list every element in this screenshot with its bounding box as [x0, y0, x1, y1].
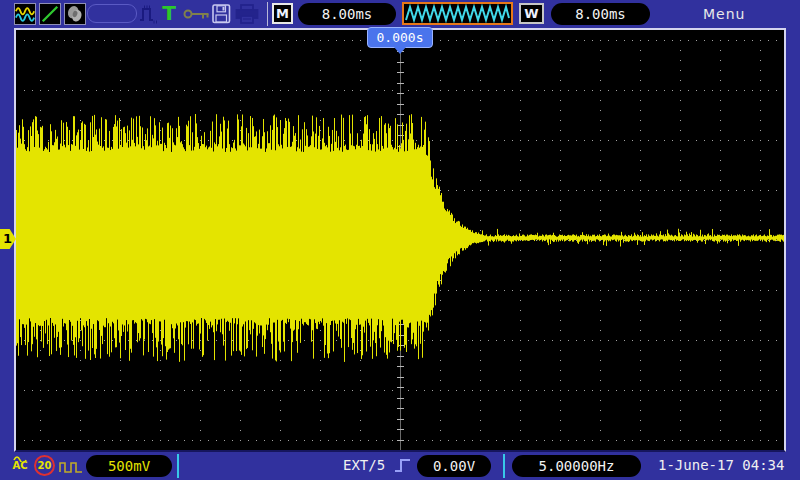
rising-edge-icon: [394, 455, 412, 480]
statusbar-separator: [503, 454, 505, 478]
window-timebase-readout: 8.00ms: [551, 3, 650, 25]
channel-waves-icon: [14, 3, 36, 25]
toolbar-separator: [267, 2, 268, 26]
status-bar: AC 20 500mV EXT/5 0.00V 5.00000Hz 1-June…: [0, 452, 800, 480]
trigger-position-flag[interactable]: 0.000s: [367, 27, 433, 48]
frequency-counter-readout: 5.00000Hz: [512, 455, 641, 477]
datetime-label: 1-June-17 04:34: [658, 457, 784, 473]
noise-blob-icon: [64, 3, 86, 25]
print-icon[interactable]: [235, 4, 259, 24]
waveform-canvas: [16, 30, 784, 450]
main-timebase-badge: M: [272, 3, 293, 24]
window-zoom-waveform-icon: [402, 2, 513, 25]
top-toolbar: T M 8.0: [0, 0, 800, 28]
trigger-position-time: 0.000s: [377, 30, 424, 45]
display-area: [14, 28, 786, 452]
trigger-source-label: EXT/5: [343, 457, 385, 473]
ac-coupling-icon: AC: [8, 453, 32, 479]
trigger-t-indicator: T: [160, 1, 178, 25]
menu-button[interactable]: Menu: [703, 6, 763, 22]
save-floppy-icon[interactable]: [212, 4, 231, 24]
volts-per-div-readout: 500mV: [86, 455, 172, 477]
window-timebase-badge: W: [519, 3, 544, 24]
measure-line-icon: [39, 3, 61, 25]
bandwidth-limit-icon: 20: [34, 455, 55, 476]
statusbar-separator: [177, 454, 179, 478]
key-lock-icon[interactable]: [183, 8, 210, 21]
main-timebase-readout: 8.00ms: [298, 3, 396, 25]
ac-coupling-label: AC: [8, 461, 32, 471]
trigger-level-readout: 0.00V: [417, 455, 491, 477]
squarewave-icon: [59, 459, 83, 478]
oscilloscope-screen: T M 8.0: [0, 0, 800, 480]
burst-pulse-icon: [139, 3, 159, 25]
trigger-flag-pointer: [394, 47, 406, 54]
empty-slot-outline: [87, 4, 137, 23]
